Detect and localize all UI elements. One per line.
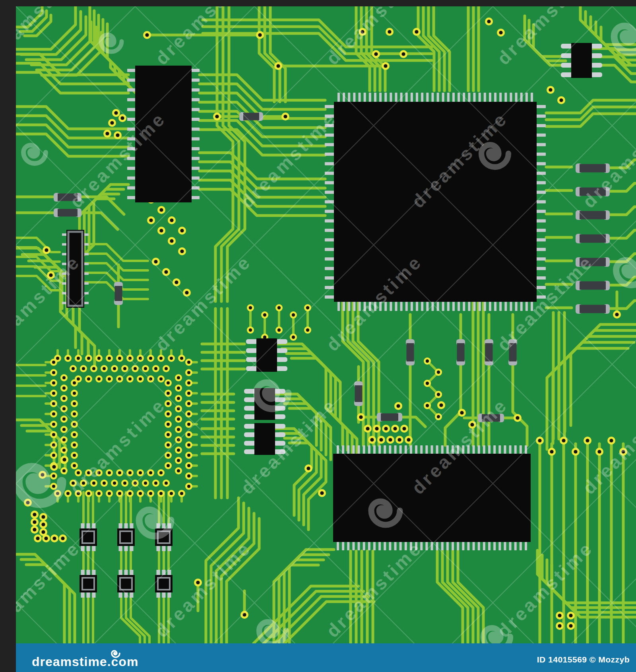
dreamstime-swirl-icon	[110, 647, 122, 659]
circuit-board-illustration: dreamstimedreamstimedreamstimedreamstime…	[16, 6, 636, 643]
brand-text: dreamstime.com	[32, 655, 138, 669]
image-credit-text: ID 14015569 © Mozzyb	[537, 655, 630, 664]
dreamstime-brand-logo: dreamstime.com	[32, 655, 138, 668]
stock-image-circuit-board: dreamstimedreamstimedreamstimedreamstime…	[16, 6, 636, 672]
pcb-svg: dreamstimedreamstimedreamstimedreamstime…	[16, 6, 636, 643]
watermark-footer-bar: dreamstime.com ID 14015569 © Mozzyb	[16, 643, 636, 672]
